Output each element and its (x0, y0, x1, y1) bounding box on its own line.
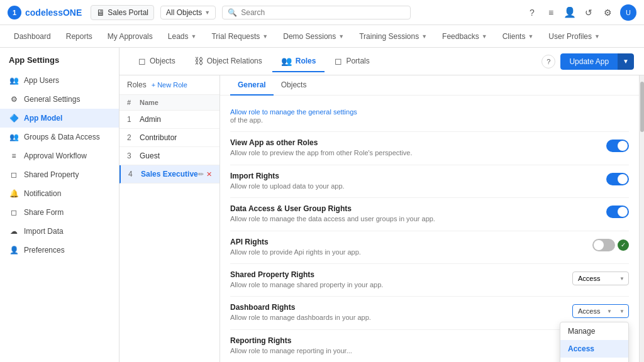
dashboard-title: Dashboard Rights (230, 303, 565, 312)
sidebar-item-preferences[interactable]: 👤 Preferences (0, 241, 119, 260)
nav-dashboard[interactable]: Dashboard (8, 28, 57, 45)
sidebar-label-groups-data: Groups & Data Access (24, 133, 100, 141)
setting-text-dashboard: Dashboard Rights Allow role to manage da… (230, 303, 565, 322)
settings-tab-general[interactable]: General (230, 75, 274, 96)
setting-text-import: Import Rights Allow role to upload data … (230, 172, 599, 191)
data-access-control (606, 206, 629, 218)
data-access-desc: Allow role to manage the data access and… (230, 214, 599, 224)
sidebar-item-app-model[interactable]: 🔷 App Model (0, 109, 119, 128)
portals-tab-icon: ◻ (335, 56, 342, 66)
role-row-contributor[interactable]: 2 Contributor (119, 129, 219, 147)
nav-profiles[interactable]: User Profiles▼ (542, 28, 606, 45)
sidebar-label-notification: Notification (24, 189, 61, 198)
setting-item-import: Import Rights Allow role to upload data … (230, 165, 629, 198)
right-scrollbar[interactable] (639, 75, 644, 362)
dropdown-item-no-access[interactable]: No access (560, 358, 628, 362)
nav-trial[interactable]: Trial Requests▼ (205, 28, 274, 45)
search-input[interactable] (241, 8, 405, 17)
import-toggle-knob (618, 174, 628, 184)
help-button[interactable]: ? (541, 55, 555, 69)
clients-arrow: ▼ (528, 33, 533, 40)
groups-data-icon: 👥 (9, 132, 19, 142)
role-name-sales-executive: Sales Executive (141, 170, 198, 178)
sidebar-item-groups-data[interactable]: 👥 Groups & Data Access (0, 128, 119, 146)
import-toggle[interactable] (606, 173, 629, 185)
tab-objects[interactable]: ◻ Objects (130, 51, 184, 72)
sidebar-item-shared-property[interactable]: ◻ Shared Property (0, 165, 119, 184)
content-area: ◻ Objects ⛓ Object Relations 👥 Roles ◻ P… (119, 48, 644, 362)
view-app-toggle[interactable] (606, 140, 629, 152)
sidebar-item-share-form[interactable]: ◻ Share Form (0, 203, 119, 222)
sidebar-label-share-form: Share Form (24, 208, 64, 217)
tab-object-relations[interactable]: ⛓ Object Relations (186, 51, 271, 72)
avatar[interactable]: U (620, 4, 636, 21)
dropdown-item-manage[interactable]: Manage (560, 322, 628, 340)
shared-property-title: Shared Property Rights (230, 270, 565, 279)
help-icon[interactable]: ? (526, 6, 538, 19)
menu-icon[interactable]: ≡ (545, 6, 557, 19)
settings-tab-objects[interactable]: Objects (274, 75, 314, 96)
import-data-icon: ☁ (9, 226, 19, 236)
nav-demo[interactable]: Demo Sessions▼ (277, 28, 350, 45)
update-app-button[interactable]: Update App (560, 53, 618, 70)
data-access-toggle[interactable] (606, 206, 629, 218)
settings-panel: General Objects Allow role to manage the… (220, 75, 639, 362)
role-delete-button[interactable]: ✕ (206, 170, 212, 178)
role-name-guest: Guest (140, 151, 212, 160)
tab-portals[interactable]: ◻ Portals (326, 51, 378, 72)
nav-clients[interactable]: Clients▼ (496, 28, 540, 45)
top-nav: 1 codelessONE 🖥 Sales Portal All Objects… (0, 0, 644, 25)
dashboard-desc: Allow role to manage dashboards in your … (230, 313, 565, 322)
setting-text-view-app: View App as other Roles Allow role to pr… (230, 138, 599, 158)
user-icon[interactable]: 👤 (564, 6, 576, 19)
dropdown-item-access[interactable]: Access (560, 340, 628, 358)
tab-relations-label: Object Relations (207, 57, 262, 65)
leads-arrow: ▼ (191, 33, 196, 40)
sidebar-label-app-users: App Users (24, 76, 59, 85)
nav-approvals[interactable]: My Approvals (101, 28, 159, 45)
app-name: Sales Portal (108, 8, 148, 17)
relations-tab-icon: ⛓ (194, 56, 203, 66)
app-selector[interactable]: 🖥 Sales Portal (91, 5, 154, 20)
tab-objects-label: Objects (150, 57, 175, 65)
setting-row-shared-property: Shared Property Rights Allow role to man… (230, 270, 629, 290)
api-toggle[interactable] (592, 239, 615, 251)
setting-row-import: Import Rights Allow role to upload data … (230, 172, 629, 191)
shared-property-select[interactable]: Manage Access No access (572, 272, 629, 285)
setting-item-data-access: Data Access & User Group Rights Allow ro… (230, 198, 629, 231)
new-role-button[interactable]: + New Role (152, 81, 187, 89)
dashboard-select-wrapper: Access ▼ (572, 304, 629, 318)
view-app-desc: Allow role to preview the app from other… (230, 148, 599, 158)
tab-actions: ? Update App ▼ (541, 53, 634, 70)
search-bar[interactable]: 🔍 (222, 6, 411, 19)
tab-roles[interactable]: 👥 Roles (272, 51, 325, 72)
brand-name: codelessONE (25, 8, 82, 18)
tab-bar: ◻ Objects ⛓ Object Relations 👥 Roles ◻ P… (119, 48, 644, 75)
nav-feedbacks[interactable]: Feedbacks▼ (436, 28, 494, 45)
role-row-sales-executive[interactable]: 4 Sales Executive ✏ ✕ (119, 165, 219, 184)
dashboard-select-display[interactable]: Access ▼ (572, 304, 629, 318)
api-check-icon: ✓ (618, 239, 629, 251)
role-row-admin[interactable]: 1 Admin (119, 111, 219, 129)
api-title: API Rights (230, 238, 585, 246)
settings-icon[interactable]: ⚙ (601, 6, 614, 19)
update-app-dropdown[interactable]: ▼ (618, 53, 634, 70)
settings-tabs: General Objects (220, 75, 639, 96)
sidebar-item-app-users[interactable]: 👥 App Users (0, 71, 119, 90)
truncated-top-link[interactable]: Allow role to manage the general setting… (230, 107, 629, 116)
update-app-label: Update App (569, 57, 609, 66)
nav-training[interactable]: Training Sessions▼ (353, 28, 433, 45)
sidebar-item-general-settings[interactable]: ⚙ General Settings (0, 90, 119, 109)
nav-reports[interactable]: Reports (60, 28, 99, 45)
history-icon[interactable]: ↺ (582, 6, 595, 19)
sidebar-item-approval[interactable]: ≡ Approval Workflow (0, 146, 119, 165)
role-row-guest[interactable]: 3 Guest (119, 147, 219, 165)
role-edit-button[interactable]: ✏ (198, 170, 204, 178)
setting-text-api: API Rights Allow role to provide Api rig… (230, 238, 585, 257)
nav-leads[interactable]: Leads▼ (162, 28, 203, 45)
brand-logo[interactable]: 1 codelessONE (8, 6, 82, 19)
object-selector[interactable]: All Objects ▼ (160, 6, 216, 19)
sidebar-item-import-data[interactable]: ☁ Import Data (0, 222, 119, 241)
sidebar-label-preferences: Preferences (24, 246, 65, 255)
sidebar-item-notification[interactable]: 🔔 Notification (0, 184, 119, 203)
